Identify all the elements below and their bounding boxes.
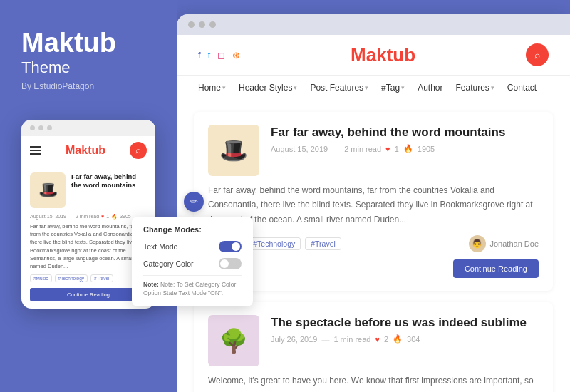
social-links: f t ◻ ⊛: [198, 50, 240, 61]
nav-features[interactable]: Features ▾: [455, 83, 494, 93]
mobile-post-tags: #Music #Technology #Travel: [30, 274, 147, 282]
hamburger-icon[interactable]: [30, 146, 41, 155]
nav-header-styles[interactable]: Header Styles ▾: [239, 83, 297, 93]
change-modes-popup: Change Modes: Text Mode Category Color N…: [132, 217, 253, 307]
dot-3: [47, 125, 52, 130]
browser-dot-1: [188, 21, 195, 28]
instagram-icon[interactable]: ◻: [217, 50, 225, 61]
blog-logo: Maktub: [351, 44, 415, 66]
author-avatar: 👨: [469, 235, 486, 252]
post-1-title: Far far away, behind the word mountains: [271, 125, 539, 140]
post-1-header: 🎩 Far far away, behind the word mountain…: [208, 125, 539, 176]
post-2-header: 🌳 The spectacle before us was indeed sub…: [208, 315, 539, 366]
toggle-knob-2: [220, 259, 229, 268]
popup-categorycolor-row: Category Color: [143, 258, 242, 269]
browser-inner: f t ◻ ⊛ Maktub ⌕ Home ▾ Header Styles ▾ …: [177, 35, 570, 392]
pencil-icon[interactable]: ✏: [184, 192, 204, 212]
tag-technology[interactable]: #Technology: [247, 237, 301, 250]
right-panel: f t ◻ ⊛ Maktub ⌕ Home ▾ Header Styles ▾ …: [177, 14, 570, 392]
brand-name: Maktub: [21, 29, 155, 58]
blog-search-button[interactable]: ⌕: [526, 43, 549, 66]
blog-post-2: 🌳 The spectacle before us was indeed sub…: [194, 302, 553, 392]
post-2-info: The spectacle before us was indeed subli…: [271, 315, 539, 366]
tag-travel[interactable]: #Travel: [305, 237, 341, 250]
post-1-meta: August 15, 2019 — 2 min read ♥ 1 🔥 1905: [271, 144, 539, 153]
blog-header: f t ◻ ⊛ Maktub ⌕: [177, 35, 570, 76]
mobile-post-body: Far far away, behind the word mountains,…: [30, 222, 147, 271]
dot-2: [38, 125, 43, 130]
post-1-footer: #Music #Technology #Travel 👨 Jonathan Do…: [208, 235, 539, 252]
facebook-icon[interactable]: f: [198, 50, 201, 61]
post-1-body: Far far away, behind the word mountains,…: [208, 183, 539, 227]
post-2-title: The spectacle before us was indeed subli…: [271, 315, 539, 331]
nav-contact[interactable]: Contact: [507, 83, 537, 93]
logo-accent: M: [351, 44, 366, 66]
left-panel: Maktub Theme By EstudioPatagon Maktub 🎩 …: [0, 0, 177, 392]
post-2-meta: July 26, 2019 — 1 min read ♥ 2 🔥 304: [271, 334, 539, 344]
twitter-icon[interactable]: t: [208, 50, 211, 61]
popup-textmode-label: Text Mode: [143, 242, 177, 251]
nav-post-features[interactable]: Post Features ▾: [310, 83, 368, 93]
post-2-thumbnail: 🌳: [208, 315, 259, 366]
mobile-post-title: Far far away, behind the word mountains: [71, 172, 147, 190]
popup-textmode-row: Text Mode: [143, 241, 242, 252]
mobile-post-meta: August 15, 2019 — 2 min read ♥ 1 🔥 3905: [30, 214, 147, 220]
brand-subtitle: Theme: [21, 58, 155, 77]
mobile-logo-accent: M: [66, 144, 75, 156]
mobile-continue-button[interactable]: Continue Reading: [30, 288, 147, 301]
mobile-logo: Maktub: [66, 144, 105, 157]
popup-categorycolor-label: Category Color: [143, 259, 194, 268]
post-1-thumbnail: 🎩: [208, 125, 259, 176]
mobile-post-thumbnail: 🎩: [30, 172, 66, 208]
popup-note: Note: Note: To Set Category Color Option…: [143, 275, 242, 299]
post-1-continue-button[interactable]: Continue Reading: [453, 259, 539, 278]
mobile-post-card: 🎩 Far far away, behind the word mountain…: [30, 172, 147, 208]
dot-1: [30, 125, 35, 130]
mobile-browser-dots: [21, 120, 155, 136]
mobile-post-info: Far far away, behind the word mountains: [71, 172, 147, 208]
post-1-author: 👨 Jonathan Doe: [469, 235, 539, 252]
post-2-body: Welcome, it's great to have you here. We…: [208, 373, 539, 392]
toggle-knob: [232, 242, 240, 251]
browser-dot-3: [209, 21, 216, 28]
rss-icon[interactable]: ⊛: [232, 50, 240, 61]
brand-title: Maktub Theme By EstudioPatagon: [21, 29, 155, 113]
nav-home[interactable]: Home ▾: [198, 83, 226, 93]
mobile-header: Maktub: [21, 136, 155, 165]
textmode-toggle[interactable]: [219, 241, 242, 252]
browser-dot-2: [199, 21, 205, 28]
categorycolor-toggle[interactable]: [219, 258, 242, 269]
nav-tag[interactable]: #Tag ▾: [381, 83, 405, 93]
nav-author[interactable]: Author: [418, 83, 442, 93]
post-1-info: Far far away, behind the word mountains …: [271, 125, 539, 176]
blog-nav: Home ▾ Header Styles ▾ Post Features ▾ #…: [177, 76, 570, 100]
brand-by: By EstudioPatagon: [21, 81, 155, 91]
mobile-search-button[interactable]: [130, 142, 147, 159]
browser-bar: [177, 14, 570, 35]
popup-title: Change Modes:: [143, 225, 242, 234]
